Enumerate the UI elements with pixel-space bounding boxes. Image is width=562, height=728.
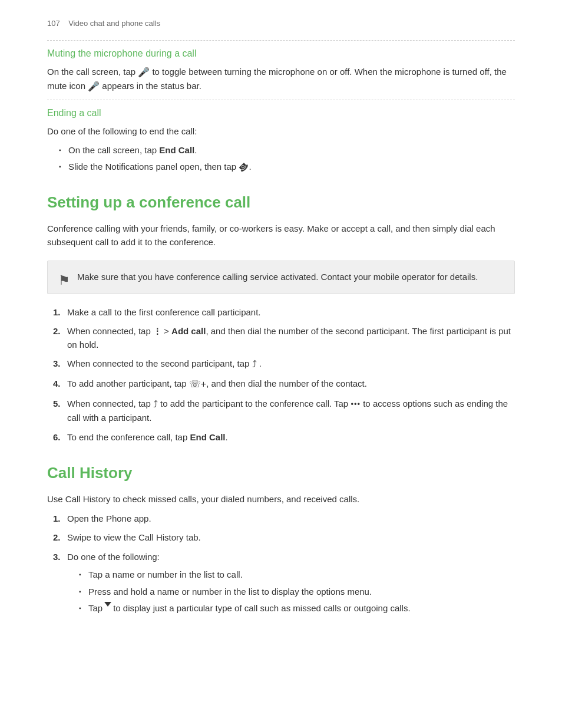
mute-off-icon: 🎤: [88, 80, 100, 94]
call-history-sub-3: Tap to display just a particular type of…: [79, 602, 515, 615]
conference-steps: 1. Make a call to the first conference c…: [53, 306, 515, 444]
end-call-label-2: End Call: [190, 432, 225, 442]
page: 107 Video chat and phone calls Muting th…: [0, 0, 562, 728]
page-number: 107: [47, 19, 60, 28]
conference-step-5: 5. When connected, tap ⤴ to add the part…: [53, 397, 515, 425]
conference-step-3: 3. When connected to the second particip…: [53, 357, 515, 371]
flag-icon: ⚑: [58, 271, 70, 290]
conference-step-4: 4. To add another participant, tap ☏+, a…: [53, 377, 515, 391]
section-divider-2: [47, 100, 515, 100]
conference-intro: Conference calling with your friends, fa…: [47, 222, 515, 249]
ending-intro: Do one of the following to end the call:: [47, 125, 515, 139]
call-history-step-1: 1. Open the Phone app.: [53, 512, 515, 526]
end-call-label-1: End Call: [159, 145, 194, 155]
add-participant-icon: ☏+: [189, 377, 206, 391]
call-history-step-2: 2. Swipe to view the Call History tab.: [53, 531, 515, 545]
section-muting: Muting the microphone during a call On t…: [47, 40, 515, 94]
chapter-title: Video chat and phone calls: [68, 19, 160, 28]
conference-step-6: 6. To end the conference call, tap End C…: [53, 431, 515, 444]
section-title-muting: Muting the microphone during a call: [47, 47, 515, 61]
merge-icon-2: ⤴: [153, 397, 158, 411]
options-icon: •••: [351, 398, 361, 410]
section-call-history: Call History Use Call History to check m…: [47, 462, 515, 619]
section-title-call-history: Call History: [47, 462, 515, 485]
ending-bullet-1: On the call screen, tap End Call.: [59, 144, 515, 157]
dropdown-arrow-icon: [104, 602, 111, 607]
conference-note-text: Make sure that you have conference calli…: [77, 271, 503, 284]
menu-icon: ⋮: [153, 327, 161, 336]
call-history-sub-bullets: Tap a name or number in the list to call…: [79, 568, 515, 615]
add-call-label: Add call: [171, 326, 206, 336]
conference-note-box: ⚑ Make sure that you have conference cal…: [47, 261, 515, 294]
conference-step-2: 2. When connected, tap ⋮ > Add call, and…: [53, 325, 515, 351]
section-divider: [47, 40, 515, 41]
section-title-conference: Setting up a conference call: [47, 191, 515, 214]
section-title-ending: Ending a call: [47, 106, 515, 120]
mute-icon: 🎤: [138, 65, 150, 80]
ending-bullets: On the call screen, tap End Call. Slide …: [59, 144, 515, 173]
call-history-step-3: 3. Do one of the following: Tap a name o…: [53, 551, 515, 619]
page-header: 107 Video chat and phone calls: [47, 18, 515, 29]
call-history-intro: Use Call History to check missed calls, …: [47, 493, 515, 506]
merge-icon: ⤴: [252, 357, 257, 371]
call-history-steps: 1. Open the Phone app. 2. Swipe to view …: [53, 512, 515, 619]
ending-bullet-2: Slide the Notifications panel open, then…: [59, 160, 515, 174]
phone-end-icon: ☎: [236, 159, 252, 175]
conference-step-1: 1. Make a call to the first conference c…: [53, 306, 515, 319]
section-ending: Ending a call Do one of the following to…: [47, 100, 515, 174]
muting-body: On the call screen, tap 🎤 to toggle betw…: [47, 65, 515, 94]
section-conference: Setting up a conference call Conference …: [47, 191, 515, 444]
call-history-sub-2: Press and hold a name or number in the l…: [79, 585, 515, 599]
call-history-sub-1: Tap a name or number in the list to call…: [79, 568, 515, 582]
